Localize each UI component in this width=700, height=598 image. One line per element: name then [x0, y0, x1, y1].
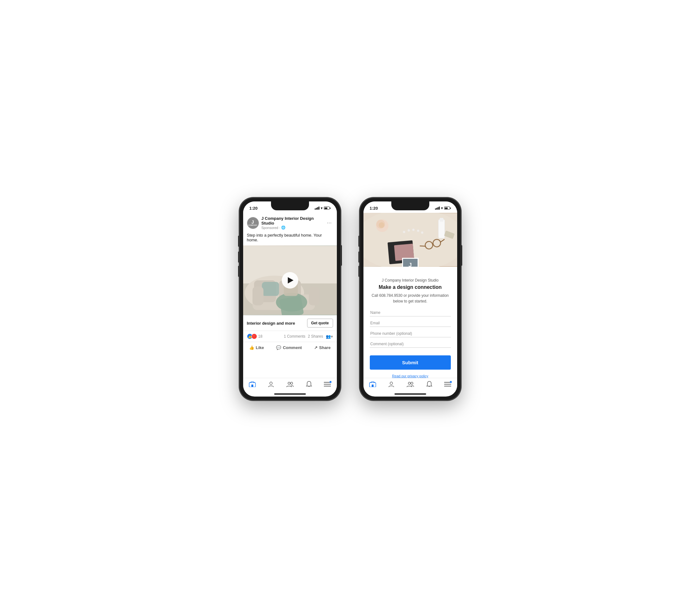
svg-rect-39: [440, 218, 443, 222]
svg-point-16: [288, 382, 290, 384]
nav-people-right[interactable]: [406, 381, 415, 388]
svg-rect-12: [252, 287, 264, 305]
home-bar-left: [274, 393, 306, 394]
submit-button[interactable]: Submit: [370, 355, 451, 369]
nav-menu-right[interactable]: [444, 382, 451, 387]
svg-rect-11: [309, 287, 320, 305]
email-label: Email: [370, 321, 451, 325]
form-subtext: Call 608.784.9530 or provide your inform…: [370, 293, 451, 304]
lead-form-body: J Company Interior Design Studio Make a …: [364, 267, 457, 378]
nav-profile-left[interactable]: [268, 381, 274, 388]
form-headline: Make a design connection: [370, 284, 451, 290]
play-button[interactable]: [282, 272, 298, 289]
company-name-left: J Company Interior Design Studio: [261, 216, 323, 225]
sponsored-label: Sponsored · 🌐: [261, 225, 323, 230]
nav-bell-left[interactable]: [306, 381, 312, 388]
status-time-left: 1:20: [249, 206, 258, 211]
share-action-icon: ↗: [314, 345, 318, 350]
svg-point-37: [379, 222, 384, 228]
heart-icon: ❤️: [251, 334, 257, 339]
get-quote-button[interactable]: Get quote: [307, 319, 333, 328]
nav-menu-left[interactable]: [324, 382, 331, 387]
svg-line-32: [432, 244, 433, 244]
comment-label: Comment (optional): [370, 342, 451, 346]
status-time-right: 1:20: [370, 206, 378, 211]
friend-avatars-icon: 👥▾: [326, 334, 333, 339]
status-icons-left: ▾: [315, 206, 330, 210]
phone-left-screen: 1:20 ▾: [243, 201, 337, 397]
name-underline: [370, 316, 451, 316]
like-action[interactable]: 👍 Like: [249, 344, 264, 351]
phones-container: 1:20 ▾: [239, 198, 461, 400]
comment-action-icon: 💬: [276, 345, 281, 350]
svg-point-15: [270, 382, 272, 384]
svg-point-43: [390, 382, 393, 384]
svg-point-28: [417, 229, 419, 232]
phone-underline: [370, 337, 451, 337]
svg-point-44: [408, 382, 410, 384]
like-action-label: Like: [256, 345, 264, 350]
svg-point-45: [411, 382, 413, 384]
signal-icon-right: [435, 207, 440, 210]
svg-point-25: [403, 231, 405, 233]
wifi-icon: ▾: [321, 206, 323, 210]
fb-actions-row: 👍 Like 💬 Comment ↗ Share: [243, 342, 337, 353]
signal-icon: [315, 207, 320, 210]
svg-point-17: [291, 382, 293, 384]
svg-rect-9: [262, 282, 279, 296]
nav-home-right[interactable]: [369, 381, 376, 387]
nav-bell-right[interactable]: [426, 381, 432, 388]
comment-action[interactable]: 💬 Comment: [276, 344, 302, 351]
bottom-nav-right: [364, 378, 457, 392]
status-icons-right: ▾: [435, 206, 451, 210]
reactions-left: 👍 ❤️ 18: [247, 334, 262, 339]
comment-underline: [370, 348, 451, 348]
battery-icon-right: [444, 207, 451, 210]
reactions-count: 18: [258, 334, 262, 339]
share-action-label: Share: [319, 345, 330, 350]
phone-right: 1:20 ▾: [360, 198, 461, 400]
fb-reactions-row: 👍 ❤️ 18 1 Comments 2 Shares 👥▾: [243, 331, 337, 342]
phone-label: Phone number (optional): [370, 331, 451, 336]
share-action[interactable]: ↗ Share: [314, 344, 330, 351]
nav-profile-right[interactable]: [388, 381, 395, 388]
company-name-right: J Company Interior Design Studio: [370, 278, 451, 283]
brand-letter: J: [408, 262, 411, 267]
phone-right-screen: 1:20 ▾: [364, 201, 457, 397]
more-options-icon[interactable]: ···: [325, 218, 333, 228]
fb-post-header: J COMPANY J Company Interior Design Stud…: [243, 213, 337, 233]
lead-hero-image: J COMPANY: [364, 213, 457, 267]
like-action-icon: 👍: [249, 345, 254, 350]
phone-left: 1:20 ▾: [239, 198, 341, 400]
company-avatar: J COMPANY: [247, 217, 259, 229]
nav-people-left[interactable]: [286, 381, 294, 388]
reactions-right: 1 Comments 2 Shares 👥▾: [284, 334, 333, 339]
play-icon: [288, 277, 294, 284]
svg-rect-38: [438, 219, 445, 238]
fb-post-text: Step into a perfectly beautiful home. Yo…: [243, 233, 337, 245]
globe-icon: 🌐: [281, 225, 285, 230]
svg-rect-14: [251, 384, 253, 387]
reaction-icons: 👍 ❤️: [247, 334, 257, 339]
privacy-policy-link[interactable]: Read our privacy policy: [370, 374, 451, 378]
svg-point-26: [407, 229, 410, 232]
svg-point-29: [421, 231, 423, 234]
notch-left: [271, 201, 309, 210]
comment-field: Comment (optional): [370, 342, 451, 348]
menu-notification-dot: [330, 381, 331, 383]
video-thumbnail[interactable]: [243, 245, 337, 315]
shares-count: 2 Shares: [308, 334, 323, 339]
wifi-icon-right: ▾: [441, 206, 443, 210]
email-underline: [370, 327, 451, 327]
menu-notification-dot-right: [450, 381, 452, 383]
bottom-nav-left: [243, 378, 337, 392]
phone-left-content[interactable]: J COMPANY J Company Interior Design Stud…: [243, 213, 337, 378]
phone-right-content[interactable]: J COMPANY J Company Interior Design Stud…: [364, 213, 457, 378]
name-field: Name: [370, 310, 451, 316]
home-bar-right: [395, 393, 426, 394]
email-field: Email: [370, 321, 451, 327]
notch-right: [391, 201, 429, 210]
svg-rect-42: [372, 384, 374, 387]
nav-home-left[interactable]: [249, 381, 256, 387]
comments-count: 1 Comments: [284, 334, 305, 339]
